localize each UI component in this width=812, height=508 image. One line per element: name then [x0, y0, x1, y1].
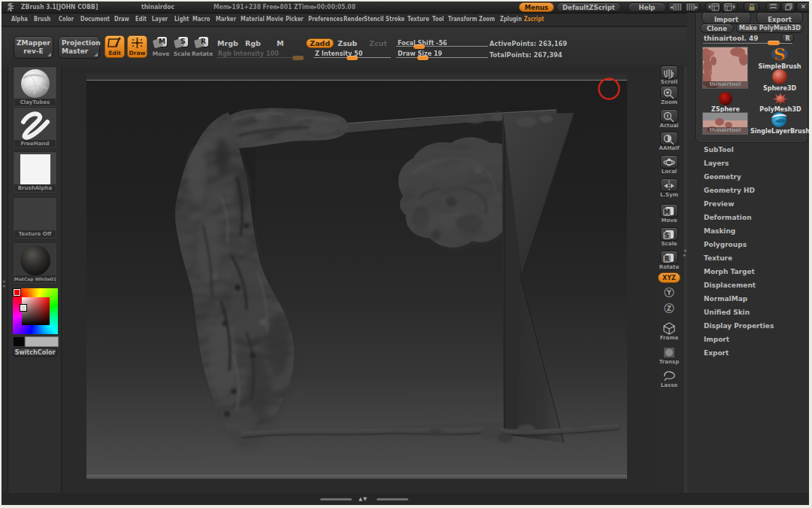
- active-tool-thumbnail[interactable]: thinairtool: [702, 47, 748, 89]
- canvas[interactable]: [61, 65, 657, 493]
- focal-shift-nub[interactable]: [414, 44, 425, 49]
- tool-section-masking[interactable]: Masking: [687, 225, 809, 239]
- rgb-intensity-nub[interactable]: [292, 56, 304, 60]
- clone-button[interactable]: Clone: [700, 23, 734, 33]
- menu-item-document[interactable]: Document: [80, 16, 110, 23]
- tool-section-unified-skin[interactable]: Unified Skin: [687, 306, 809, 320]
- tool-section-normalmap[interactable]: NormalMap: [687, 293, 809, 306]
- tool-item-sphere3d[interactable]: Sphere3D: [755, 68, 804, 92]
- tool-section-layers[interactable]: Layers: [687, 157, 809, 171]
- tool-section-morph-target[interactable]: Morph Target: [687, 266, 809, 279]
- rgb-toggle[interactable]: Rgb: [245, 39, 261, 47]
- zmapper-button[interactable]: ZMapper rev-E: [14, 36, 53, 59]
- left-tray-divider[interactable]: ◂◂: [2, 65, 8, 493]
- stroke-selector[interactable]: FreeHand: [13, 107, 57, 149]
- shelf-y-button[interactable]: Y: [662, 287, 677, 300]
- menu-item-macro[interactable]: Macro: [192, 16, 210, 23]
- shelf-zoom-button[interactable]: Zoom: [657, 86, 681, 105]
- brush-selector[interactable]: ClayTubes: [13, 66, 57, 108]
- sculpture-3d-mesh[interactable]: [62, 65, 657, 493]
- tool-section-geometry[interactable]: Geometry: [687, 171, 809, 184]
- shelf-rotate-button[interactable]: RRotate: [657, 251, 681, 270]
- color-picker[interactable]: [13, 288, 58, 334]
- tool-section-texture[interactable]: Texture: [687, 252, 809, 266]
- tool-section-import[interactable]: Import: [687, 333, 809, 347]
- menu-item-stroke[interactable]: Stroke: [386, 16, 404, 23]
- menu-item-draw[interactable]: Draw: [114, 16, 129, 23]
- shelf-lsym-button[interactable]: L.Sym: [657, 178, 681, 198]
- menu-item-texture[interactable]: Texture: [408, 16, 429, 23]
- tool-item-singlelayerbrush[interactable]: SingleLayerBrush: [750, 111, 807, 135]
- menu-item-zscript[interactable]: Zscript: [524, 16, 544, 23]
- rotate-button[interactable]: R Rotate: [192, 35, 213, 58]
- tool-item-polymesh3d[interactable]: PolyMesh3D: [756, 92, 804, 113]
- menu-item-transform[interactable]: Transform: [448, 16, 477, 23]
- move-button[interactable]: M Move: [150, 35, 171, 58]
- draw-size-nub[interactable]: [417, 56, 429, 60]
- tool-r-button[interactable]: R: [781, 34, 794, 43]
- shelf-scroll-button[interactable]: Scroll: [657, 65, 681, 85]
- menu-item-render[interactable]: Render: [344, 16, 365, 23]
- bottom-tray-divider[interactable]: ▲▼: [2, 493, 809, 505]
- tool-import-button[interactable]: Import: [701, 13, 751, 24]
- shelf-actual-button[interactable]: Actual: [657, 109, 681, 129]
- tool-section-display-properties[interactable]: Display Properties: [687, 320, 809, 333]
- shelf-z-button[interactable]: Z: [662, 303, 677, 315]
- menu-item-light[interactable]: Light: [174, 16, 189, 23]
- scale-button[interactable]: S Scale: [171, 35, 192, 58]
- make-polymesh3d-button[interactable]: Make PolyMesh3D: [736, 23, 804, 33]
- shelf-local-button[interactable]: Local: [657, 155, 681, 175]
- divider-arrows-icon[interactable]: ▲▼: [352, 496, 374, 502]
- zsub-toggle[interactable]: Zsub: [338, 39, 357, 47]
- tool-section-subtool[interactable]: SubTool: [687, 144, 809, 157]
- sv-cursor[interactable]: [20, 305, 26, 311]
- draw-button[interactable]: Draw: [127, 35, 147, 58]
- tool-section-displacement[interactable]: Displacement: [687, 279, 809, 293]
- alpha-selector[interactable]: BrushAlpha: [13, 151, 57, 193]
- menu-item-picker[interactable]: Picker: [286, 16, 304, 23]
- menu-item-tool[interactable]: Tool: [432, 16, 444, 23]
- mrgb-toggle[interactable]: Mrgb: [217, 39, 238, 47]
- menu-item-alpha[interactable]: Alpha: [11, 16, 28, 23]
- tool-export-button[interactable]: Export: [756, 13, 803, 24]
- palette-dock-right-button[interactable]: [722, 2, 738, 12]
- edit-button[interactable]: Edit: [105, 35, 125, 58]
- menu-item-layer[interactable]: Layer: [152, 16, 168, 23]
- menus-button[interactable]: Menus: [519, 2, 554, 12]
- tool-section-export[interactable]: Export: [687, 347, 809, 360]
- tool-section-preview[interactable]: Preview: [687, 198, 809, 211]
- lock-button[interactable]: [744, 2, 759, 12]
- tool-section-polygroups[interactable]: Polygroups: [687, 239, 809, 252]
- shelf-lasso-button[interactable]: Lasso: [657, 369, 681, 388]
- menu-item-movie[interactable]: Movie: [266, 16, 283, 23]
- menu-item-brush[interactable]: Brush: [34, 16, 50, 23]
- menu-item-stencil[interactable]: Stencil: [364, 16, 383, 23]
- minimize-button[interactable]: [766, 2, 780, 12]
- left-tray-grip-icon[interactable]: ◂◂: [2, 279, 5, 288]
- shelf-move-button[interactable]: MMove: [657, 204, 681, 224]
- shelf-frame-button[interactable]: Frame: [657, 321, 681, 341]
- shelf-scale-button[interactable]: SScale: [657, 227, 681, 247]
- palette-dock-left-button[interactable]: [705, 2, 721, 12]
- material-selector[interactable]: MatCap White01: [13, 242, 57, 284]
- shelf-xyz-button[interactable]: XYZ: [658, 272, 680, 283]
- z-intensity-nub[interactable]: [347, 56, 358, 60]
- close-button[interactable]: ✕: [796, 2, 809, 12]
- saturation-value-square[interactable]: [22, 297, 50, 325]
- menu-item-zplugin[interactable]: Zplugin: [500, 16, 522, 23]
- tool-section-deformation[interactable]: Deformation: [687, 211, 809, 225]
- small-tool-thumbnail[interactable]: thinairtool: [702, 112, 748, 135]
- tool-slider-nub[interactable]: [768, 41, 780, 45]
- shelf-aahalf-button[interactable]: AAHalf: [657, 132, 681, 151]
- default-zscript-button[interactable]: DefaultZScript: [556, 2, 621, 12]
- secondary-color-swatch[interactable]: [25, 336, 59, 347]
- tray-scroll-right-button[interactable]: ||||▸: [684, 2, 700, 12]
- menu-item-zoom[interactable]: Zoom: [479, 16, 495, 23]
- shelf-transp-button[interactable]: Transp: [657, 345, 681, 365]
- tool-item-simplebrush[interactable]: S SimpleBrush: [755, 45, 804, 70]
- menu-item-marker[interactable]: Marker: [216, 16, 236, 23]
- right-tray-grip-icon[interactable]: ◂▸: [683, 248, 686, 257]
- switch-color-button[interactable]: SwitchColor: [13, 348, 57, 357]
- menu-item-color[interactable]: Color: [59, 16, 74, 23]
- menu-item-preferences[interactable]: Preferences: [308, 16, 343, 23]
